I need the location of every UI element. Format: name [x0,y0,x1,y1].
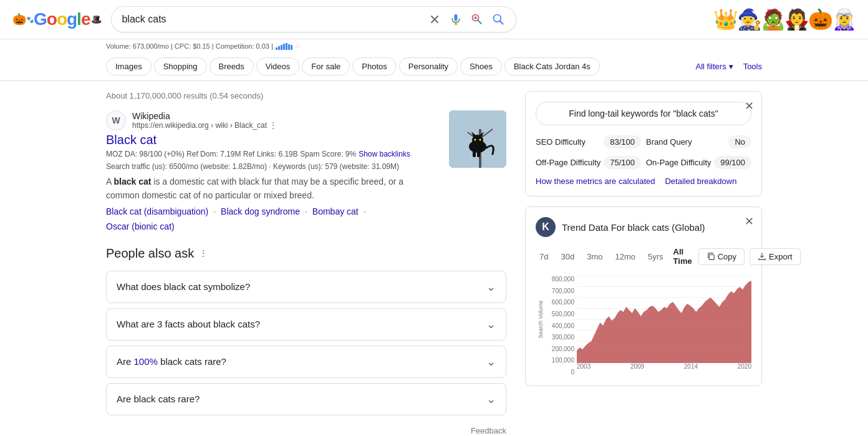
y-label-500k: 500,000 [552,311,574,317]
tab-personality[interactable]: Personality [399,57,458,75]
detailed-breakdown-link[interactable]: Detailed breakdown [665,177,736,186]
svg-point-17 [475,139,476,141]
off-page-value: 75/100 [604,156,641,169]
find-longtail-button[interactable]: Find long-tail keywords for "black cats" [536,102,751,125]
metrics-explanation-link[interactable]: How these metrics are calculated [536,177,655,186]
y-label-0: 0 [571,369,574,375]
brand-query-value: No [728,135,751,148]
svg-point-14 [472,135,483,146]
search-icon-group [427,12,506,27]
tab-images[interactable]: Images [106,57,152,75]
y-axis-label: Search Volume [538,300,544,338]
y-label-700k: 700,000 [552,288,574,294]
on-page-label: On-Page Difficulty [646,158,711,167]
svg-rect-19 [473,151,476,157]
tab-shoes[interactable]: Shoes [460,57,502,75]
result-image [449,110,506,168]
header-right: 👑🧙‍♀️🧟🧛🎃🧝‍♀️ [713,7,856,31]
google-logo[interactable]: 🎃 🐾 Google 🎩 [12,9,101,29]
header: 🎃 🐾 Google 🎩 [0,0,868,39]
y-label-200k: 200,000 [552,346,574,352]
search-bar-wrapper [111,6,516,32]
paa-more-options-icon[interactable]: ⋮ [199,248,208,258]
seo-difficulty-metric: SEO Difficulty 83/100 [536,135,641,148]
paa-question-link[interactable]: 100% [134,356,158,367]
related-link-3[interactable]: Oscar (bionic cat) [106,221,175,231]
search-submit-icon[interactable] [491,12,506,27]
result-source: Wikipedia https://en.wikipedia.org › wik… [132,111,277,130]
time-tab-3mo[interactable]: 3mo [583,249,606,264]
lens-icon[interactable] [470,12,485,27]
y-axis: 800,000 700,000 600,000 500,000 400,000 … [546,276,577,375]
paa-item-1: What are 3 facts about black cats? ⌄ [106,308,506,341]
time-tab-12mo[interactable]: 12mo [611,249,639,264]
tab-videos[interactable]: Videos [256,57,300,75]
svg-point-18 [480,139,481,141]
chart-area-fill [577,281,751,363]
svg-line-7 [500,21,503,24]
related-link-0[interactable]: Black cat (disambiguation) [106,206,208,216]
star-icon[interactable]: ☆ [295,42,301,50]
off-page-label: Off-Page Difficulty [536,158,600,167]
all-filters-button[interactable]: All filters ▾ [696,62,733,71]
voice-search-icon[interactable] [448,12,463,27]
clear-icon[interactable] [427,12,442,27]
chevron-down-icon: ⌄ [486,317,496,331]
tab-jordan4s[interactable]: Black Cats Jordan 4s [504,57,600,75]
svg-rect-0 [455,14,458,21]
time-tab-30d[interactable]: 30d [557,249,578,264]
x-axis: 2003 2009 2014 2020 [577,363,751,375]
paa-question-0[interactable]: What does black cat symbolize? ⌄ [107,271,506,303]
svg-rect-20 [477,151,480,157]
export-button[interactable]: Export [750,248,801,265]
show-backlinks-link[interactable]: Show backlinks [359,150,410,158]
tab-photos[interactable]: Photos [352,57,396,75]
on-page-metric: On-Page Difficulty 99/100 [646,156,751,169]
related-link-1[interactable]: Black dog syndrome [221,206,300,216]
k-icon: K [536,217,556,237]
filter-right: All filters ▾ Tools [696,62,762,71]
y-label-400k: 400,000 [552,322,574,329]
tools-button[interactable]: Tools [743,62,762,71]
svg-rect-21 [709,254,714,259]
time-tab-7d[interactable]: 7d [536,249,552,264]
volume-bar: Volume: 673,000/mo | CPC: $0.15 | Compet… [0,39,868,52]
halloween-characters: 👑🧙‍♀️🧟🧛🎃🧝‍♀️ [713,7,856,31]
time-tab-5yrs[interactable]: 5yrs [644,249,667,264]
paa-item-3: Are black cats rare? ⌄ [106,383,506,415]
trend-time-tabs: 7d 30d 3mo 12mo 5yrs All Time Copy [536,245,751,268]
related-link-2[interactable]: Bombay cat [312,206,359,216]
result-with-image: W Wikipedia https://en.wikipedia.org › w… [106,110,506,231]
seo-close-icon[interactable]: ✕ [745,99,754,113]
result-meta: MOZ DA: 98/100 (+0%) Ref Dom: 7.19M Ref … [106,150,439,158]
volume-text: Volume: 673,000/mo | CPC: $0.15 | Compet… [106,42,273,50]
paa-question-2[interactable]: Are 100% black cats rare? ⌄ [107,346,506,377]
paa-question-text-0: What does black cat symbolize? [117,281,250,292]
brand-query-metric: Brand Query No [646,135,751,148]
copy-button[interactable]: Copy [698,248,745,265]
x-label-2014: 2014 [684,363,698,375]
volume-graph [276,42,292,50]
trend-close-icon[interactable]: ✕ [745,215,754,228]
paa-item-2: Are 100% black cats rare? ⌄ [106,346,506,378]
svg-line-5 [478,21,481,24]
result-title[interactable]: Black cat [106,133,439,147]
search-bar[interactable] [111,6,516,32]
wikipedia-result: W Wikipedia https://en.wikipedia.org › w… [106,110,506,231]
tab-breeds[interactable]: Breeds [210,57,254,75]
more-options-icon[interactable]: ⋮ [269,121,277,130]
tab-shopping[interactable]: Shopping [154,57,207,75]
result-related-links: Black cat (disambiguation) · Black dog s… [106,206,439,231]
trend-header: K Trend Data For black cats (Global) [536,217,751,237]
feedback-link[interactable]: Feedback [471,426,506,435]
time-tab-alltime[interactable]: All Time [670,245,696,268]
search-input[interactable] [122,14,421,25]
on-page-value: 99/100 [714,156,751,169]
paa-question-1[interactable]: What are 3 facts about black cats? ⌄ [107,309,506,340]
tab-for-sale[interactable]: For sale [302,57,350,75]
wikipedia-icon: W [106,110,126,130]
off-page-metric: Off-Page Difficulty 75/100 [536,156,641,169]
paa-item-0: What does black cat symbolize? ⌄ [106,271,506,303]
paa-question-3[interactable]: Are black cats rare? ⌄ [107,384,506,415]
x-label-2003: 2003 [577,363,591,375]
